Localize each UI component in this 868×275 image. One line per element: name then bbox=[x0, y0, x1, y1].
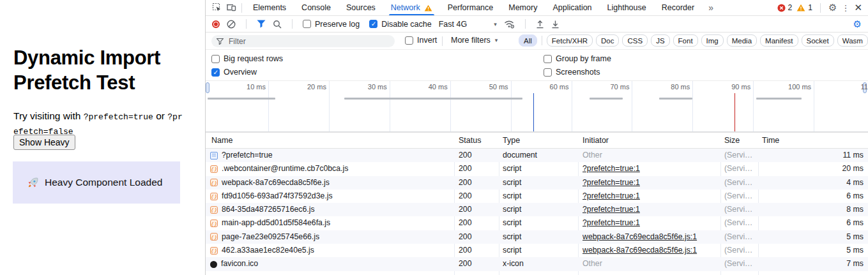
tab-application[interactable]: Application bbox=[545, 0, 599, 15]
network-request-row[interactable]: ?prefetch=true 200 document Other (Servi… bbox=[206, 149, 868, 162]
close-devtools-icon[interactable]: ✕ bbox=[854, 2, 862, 13]
checkbox[interactable] bbox=[369, 20, 377, 28]
tab-sources[interactable]: Sources bbox=[339, 0, 383, 15]
warning-icon bbox=[424, 4, 432, 11]
column-header-time[interactable]: Time bbox=[762, 133, 779, 149]
cell-type: script bbox=[503, 244, 574, 257]
cell-status: 200 bbox=[459, 190, 496, 203]
filter-input[interactable] bbox=[227, 36, 374, 47]
checkbox[interactable] bbox=[544, 68, 552, 77]
tab-label: Recorder bbox=[662, 3, 694, 12]
group-by-frame-checkbox[interactable]: Group by frame bbox=[544, 54, 611, 63]
script-icon bbox=[210, 165, 218, 173]
network-request-row[interactable]: fd9d1056-693ad74f37592d3e.js 200 script … bbox=[206, 190, 868, 203]
filter-chip-wasm[interactable]: Wasm bbox=[837, 34, 868, 47]
cell-time: 5 ms bbox=[755, 230, 864, 244]
cell-type: script bbox=[503, 230, 574, 244]
initiator-link[interactable]: ?prefetch=true:1 bbox=[582, 205, 640, 214]
tab-memory[interactable]: Memory bbox=[501, 0, 545, 15]
tab-console[interactable]: Console bbox=[294, 0, 339, 15]
initiator-text: Other bbox=[582, 151, 602, 160]
heavy-component-banner: Heavy Component Loaded bbox=[13, 161, 180, 204]
column-header-size[interactable]: Size bbox=[724, 133, 740, 149]
script-icon bbox=[210, 219, 218, 227]
column-header-type[interactable]: Type bbox=[503, 133, 520, 149]
initiator-link[interactable]: ?prefetch=true:1 bbox=[582, 164, 640, 173]
filter-chip-all[interactable]: All bbox=[519, 34, 537, 47]
column-header-name[interactable]: Name bbox=[211, 133, 232, 149]
overview-left-handle[interactable] bbox=[206, 82, 209, 93]
network-conditions-icon[interactable] bbox=[504, 20, 515, 29]
show-heavy-button[interactable]: Show Heavy bbox=[13, 135, 75, 150]
filter-chip-fetch-xhr[interactable]: Fetch/XHR bbox=[547, 34, 593, 47]
disable-cache-checkbox[interactable]: Disable cache bbox=[369, 20, 432, 29]
filter-chip-socket[interactable]: Socket bbox=[802, 34, 834, 47]
device-toolbar-icon[interactable] bbox=[224, 1, 238, 14]
network-settings-gear-icon[interactable]: ⚙ bbox=[853, 19, 862, 30]
overview-tick-label: 20 ms bbox=[289, 83, 326, 91]
filter-chip-css[interactable]: CSS bbox=[622, 34, 648, 47]
filter-chip-img[interactable]: Img bbox=[701, 34, 724, 47]
tab-lighthouse[interactable]: Lighthouse bbox=[600, 0, 654, 15]
tab-network[interactable]: Network bbox=[383, 0, 440, 15]
big-request-rows-label: Big request rows bbox=[224, 54, 283, 63]
search-icon[interactable] bbox=[273, 20, 282, 29]
cell-status: 200 bbox=[459, 257, 496, 271]
kebab-menu-icon[interactable]: ⋮ bbox=[841, 3, 849, 13]
network-request-row[interactable]: webpack-8a7c69ecda8c5f6e.js 200 script ?… bbox=[206, 176, 868, 190]
cell-type: script bbox=[503, 216, 574, 230]
initiator-link[interactable]: webpack-8a7c69ecda8c5f6e.js:1 bbox=[582, 246, 697, 255]
initiator-link[interactable]: webpack-8a7c69ecda8c5f6e.js:1 bbox=[582, 232, 697, 241]
network-request-row[interactable]: page-7ae23e0925745e66.js 200 script webp… bbox=[206, 230, 868, 244]
filter-toggle-icon[interactable] bbox=[257, 20, 266, 28]
error-badge[interactable]: 2 bbox=[777, 3, 793, 12]
column-header-status[interactable]: Status bbox=[459, 133, 481, 149]
more-filters-button[interactable]: More filters ▾ bbox=[451, 36, 498, 45]
network-request-row[interactable]: .webcontainer@runtime.cb7c0bca.js 200 sc… bbox=[206, 162, 868, 175]
filter-chip-doc[interactable]: Doc bbox=[596, 34, 619, 47]
warning-badge[interactable]: 1 bbox=[796, 3, 812, 12]
tab-recorder[interactable]: Recorder bbox=[654, 0, 702, 15]
throttling-select[interactable]: Fast 4G ▾ bbox=[439, 20, 497, 29]
network-request-row[interactable]: favicon.ico 200 x-icon Other (Servi… 7 m… bbox=[206, 257, 868, 271]
big-request-rows-checkbox[interactable]: Big request rows bbox=[211, 54, 283, 63]
overview-label: Overview bbox=[224, 68, 257, 77]
cell-initiator: Other bbox=[582, 257, 717, 271]
overview-checkbox[interactable]: Overview bbox=[211, 68, 257, 77]
rocket-icon bbox=[27, 177, 39, 188]
filter-chip-js[interactable]: JS bbox=[651, 34, 669, 47]
initiator-link[interactable]: ?prefetch=true:1 bbox=[582, 218, 640, 227]
filter-input-pill[interactable] bbox=[211, 35, 395, 47]
network-request-row[interactable]: 462.a33aae1ec82e40e5.js 200 script webpa… bbox=[206, 244, 868, 257]
network-overview-timeline[interactable]: 10 ms20 ms30 ms40 ms50 ms60 ms70 ms80 ms… bbox=[206, 81, 868, 132]
cell-name: main-app-dd5d01d5f584e6fa.js bbox=[210, 216, 450, 230]
filter-chip-font[interactable]: Font bbox=[673, 34, 698, 47]
settings-gear-icon[interactable]: ⚙ bbox=[828, 3, 837, 13]
preserve-log-checkbox[interactable]: Preserve log bbox=[303, 20, 360, 29]
record-network-log-button[interactable] bbox=[212, 20, 220, 28]
clear-network-log-icon[interactable] bbox=[227, 20, 236, 29]
checkbox[interactable] bbox=[303, 20, 311, 28]
checkbox[interactable] bbox=[544, 55, 552, 63]
more-tabs-button[interactable]: » bbox=[702, 3, 720, 13]
inspect-element-icon[interactable] bbox=[210, 1, 224, 14]
checkbox[interactable] bbox=[405, 36, 413, 45]
cell-type: script bbox=[503, 190, 574, 203]
export-har-icon[interactable] bbox=[551, 20, 560, 29]
initiator-link[interactable]: ?prefetch=true:1 bbox=[582, 191, 640, 200]
network-request-row[interactable]: main-app-dd5d01d5f584e6fa.js 200 script … bbox=[206, 216, 868, 230]
initiator-link[interactable]: ?prefetch=true:1 bbox=[582, 178, 640, 187]
overview-tick-label: 10 ms bbox=[229, 83, 266, 91]
filter-chip-media[interactable]: Media bbox=[727, 34, 757, 47]
checkbox[interactable] bbox=[211, 55, 220, 63]
invert-checkbox[interactable]: Invert bbox=[405, 36, 437, 45]
column-header-initiator[interactable]: Initiator bbox=[582, 133, 609, 149]
filter-chip-manifest[interactable]: Manifest bbox=[760, 34, 798, 47]
cell-size: (Servi… bbox=[724, 162, 755, 175]
tab-performance[interactable]: Performance bbox=[440, 0, 501, 15]
screenshots-checkbox[interactable]: Screenshots bbox=[544, 68, 600, 77]
checkbox[interactable] bbox=[211, 68, 220, 77]
import-har-icon[interactable] bbox=[536, 20, 544, 29]
tab-elements[interactable]: Elements bbox=[245, 0, 294, 15]
network-request-row[interactable]: 864-35da487265716ec6.js 200 script ?pref… bbox=[206, 203, 868, 216]
